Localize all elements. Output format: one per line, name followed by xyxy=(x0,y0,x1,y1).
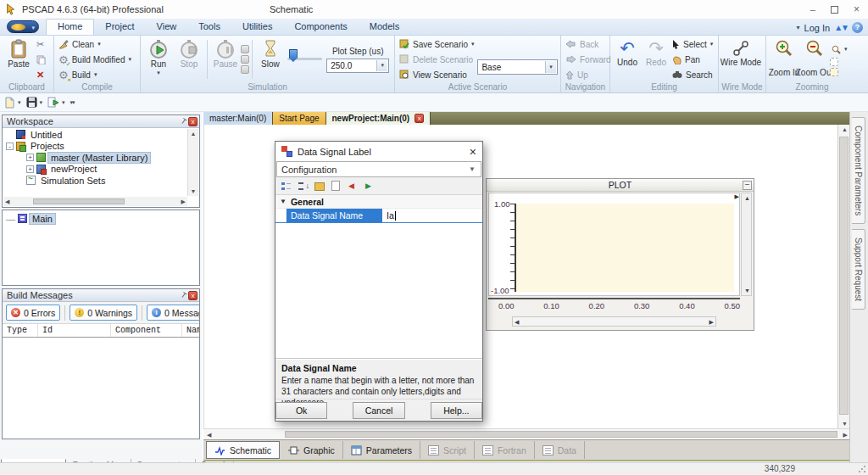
expand-expander-icon[interactable]: + xyxy=(26,154,34,161)
scroll-down-icon[interactable]: ▼ xyxy=(744,288,750,293)
delete-scenario-button[interactable]: Delete Scenario xyxy=(398,53,477,66)
scroll-down-icon[interactable]: ▼ xyxy=(191,188,197,194)
errors-filter-button[interactable]: ✕0 Errors xyxy=(6,305,60,321)
property-value-input[interactable]: Ia xyxy=(382,209,482,222)
paste-button[interactable]: Paste xyxy=(3,37,35,70)
close-tab-icon[interactable]: x xyxy=(415,114,424,123)
scroll-left-icon[interactable]: ◀ xyxy=(5,198,9,205)
scrollbar-thumb[interactable] xyxy=(285,431,837,438)
tab-data[interactable]: Data xyxy=(535,441,585,459)
stop-button[interactable]: Stop xyxy=(174,37,204,70)
tab-project[interactable]: Project xyxy=(94,19,145,35)
sync-arrows-icon[interactable]: ▲▼ xyxy=(834,23,848,32)
scroll-up-icon[interactable]: ▲ xyxy=(842,126,848,132)
scroll-up-icon[interactable]: ▲ xyxy=(191,131,197,137)
property-row-data-signal-name[interactable]: Data Signal Name Ia xyxy=(275,209,482,223)
tab-parameters[interactable]: Parameters xyxy=(343,441,420,459)
alphabetical-sort-icon[interactable] xyxy=(298,181,309,192)
cancel-edit-icon[interactable]: ◀ xyxy=(346,181,357,192)
scroll-down-icon[interactable]: ▼ xyxy=(842,421,848,427)
speed-slider[interactable] xyxy=(286,37,324,81)
tab-component-parameters[interactable]: Component Parameters xyxy=(852,117,865,224)
scrollbar-thumb[interactable] xyxy=(33,198,125,204)
resize-grip-icon[interactable] xyxy=(859,466,865,472)
tab-schematic[interactable]: Schematic xyxy=(206,441,280,459)
minimize-button[interactable]: – xyxy=(810,4,815,14)
tab-start-page[interactable]: Start Page xyxy=(273,112,326,125)
canvas-vertical-scrollbar[interactable]: ▲ ▼ xyxy=(837,125,849,428)
zoom-in-button[interactable]: ​Zoom In xyxy=(769,37,799,77)
expand-right-icon[interactable]: ▶ xyxy=(735,193,739,200)
toolbar-overflow-icon[interactable]: ▾▾ xyxy=(70,99,75,106)
plot-vertical-scrollbar[interactable]: ▲▼ xyxy=(741,193,752,296)
plot-horizontal-scrollbar[interactable]: ◀▶ xyxy=(512,316,716,327)
plot-title-bar[interactable]: PLOT – xyxy=(487,179,754,192)
tab-utilities[interactable]: Utilities xyxy=(231,19,283,35)
scroll-left-icon[interactable]: ◀ xyxy=(207,432,211,439)
tab-models[interactable]: Models xyxy=(359,19,410,35)
forward-button[interactable]: Forward xyxy=(564,53,613,66)
chevron-down-icon[interactable]: ▾ xyxy=(62,99,65,106)
scrollbar-thumb[interactable] xyxy=(839,137,849,415)
maximize-button[interactable] xyxy=(831,6,838,14)
close-dialog-icon[interactable]: × xyxy=(470,146,476,158)
document-icon[interactable] xyxy=(331,181,340,191)
column-component[interactable]: Component xyxy=(111,324,182,337)
tab-home[interactable]: Home xyxy=(46,19,94,35)
pin-icon[interactable]: T xyxy=(179,290,187,299)
warnings-filter-button[interactable]: !0 Warnings xyxy=(70,305,137,321)
tree-item-main[interactable]: — Main xyxy=(3,213,199,225)
scenario-combobox[interactable]: Base▾ xyxy=(477,59,558,75)
chevron-down-icon[interactable]: ▾ xyxy=(18,99,21,106)
tree-item-untitled[interactable]: Untitled xyxy=(3,129,187,141)
clean-button[interactable]: Clean▾ xyxy=(57,37,133,51)
undo-button[interactable]: ↶ Undo xyxy=(613,37,642,68)
tab-newproject-main[interactable]: newProject:Main(0)x xyxy=(326,112,431,125)
help-button[interactable]: Help... xyxy=(431,402,482,419)
configuration-combobox[interactable]: Configuration ▼ xyxy=(276,161,481,177)
zoom-extents-icon[interactable] xyxy=(830,58,838,66)
zoom-tool-button[interactable]: ▾ xyxy=(830,42,849,56)
expand-expander-icon[interactable]: + xyxy=(26,165,34,173)
collapse-expander-icon[interactable]: - xyxy=(6,142,14,150)
scroll-right-icon[interactable]: ▶ xyxy=(709,319,714,326)
scroll-right-icon[interactable]: ▶ xyxy=(843,432,848,439)
tab-support-request[interactable]: Support Request xyxy=(852,229,865,310)
apply-edit-icon[interactable]: ▶ xyxy=(363,181,374,192)
workspace-vertical-scrollbar[interactable]: ▲▼ xyxy=(187,129,198,196)
cancel-button[interactable]: Cancel xyxy=(353,402,404,419)
pan-button[interactable]: Pan xyxy=(670,53,715,66)
column-name[interactable]: Name xyxy=(182,324,199,337)
view-scenario-button[interactable]: View Scenario xyxy=(398,68,477,81)
build-modified-button[interactable]: ⚙✓Build Modified▾ xyxy=(57,53,133,66)
delete-button[interactable]: ✕ xyxy=(35,68,47,81)
slow-button[interactable]: Slow xyxy=(255,37,286,70)
copy-button[interactable] xyxy=(35,53,47,66)
step-icon[interactable] xyxy=(241,55,249,64)
close-panel-icon[interactable]: x xyxy=(188,291,198,300)
tab-graphic[interactable]: Graphic xyxy=(281,441,343,459)
save-icon[interactable] xyxy=(26,97,37,108)
pin-icon[interactable]: T xyxy=(179,116,187,126)
section-general[interactable]: ▼ General xyxy=(275,195,482,209)
application-menu-button[interactable]: ▾ xyxy=(7,20,39,33)
tab-components[interactable]: Components xyxy=(283,19,358,35)
select-button[interactable]: Select▾ xyxy=(670,37,715,51)
dialog-title-bar[interactable]: Data Signal Label × xyxy=(275,142,482,161)
scroll-up-icon[interactable]: ▲ xyxy=(744,195,750,201)
tree-item-newproject[interactable]: + newProject xyxy=(3,164,187,176)
build-button[interactable]: ⚙●Build▾ xyxy=(57,68,133,81)
property-pages-icon[interactable] xyxy=(314,182,325,191)
record-icon[interactable] xyxy=(241,65,249,74)
export-icon[interactable] xyxy=(47,97,59,108)
pause-button[interactable]: Pause xyxy=(210,37,241,70)
tab-master-main[interactable]: master:Main(0) xyxy=(203,112,273,125)
run-button[interactable]: Run▾ xyxy=(143,37,174,76)
close-button[interactable]: × xyxy=(854,3,860,15)
scroll-right-icon[interactable]: ▶ xyxy=(181,198,186,205)
cut-button[interactable]: ✂ xyxy=(35,37,47,51)
zoom-rectangle-icon[interactable] xyxy=(830,68,838,76)
column-id[interactable]: Id xyxy=(38,324,111,337)
up-button[interactable]: Up xyxy=(564,68,613,81)
chevron-down-icon[interactable]: ▾ xyxy=(40,99,43,106)
